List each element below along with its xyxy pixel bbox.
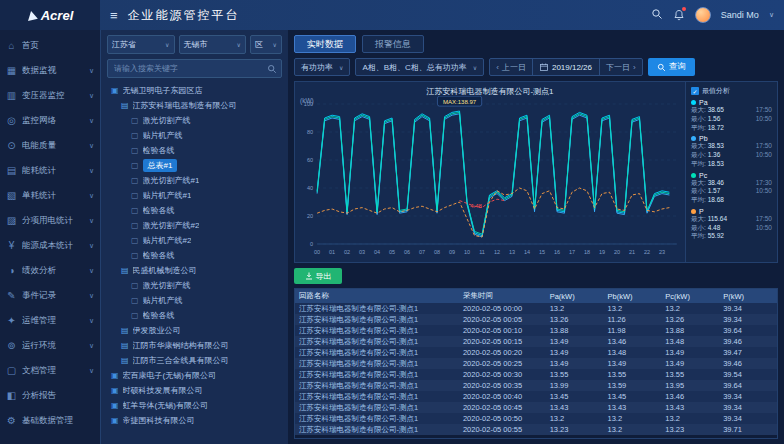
chevron-down-icon: ∨ [237,41,241,48]
table-cell: 13.55 [546,369,604,380]
phase-select[interactable]: A相、B相、C相、总有功功率∨ [355,58,484,76]
tree-node[interactable]: ▢检验各线 [107,143,282,158]
svg-text:23: 23 [659,249,665,255]
sidebar-item-power-quality[interactable]: ⊙电能质量∨ [0,133,100,158]
tree-node[interactable]: ▤江阴市三合金线具有限公司 [107,353,282,368]
tree-node-label: 民盛机械制造公司 [133,265,197,276]
main-content: 实时数据 报警信息 有功功率∨ A相、B相、C相、总有功功率∨ ‹ 上一日 [288,30,784,444]
readings-table: 回路名称采集时间Pa(kW)Pb(kW)Pc(kW)P(kW) 江苏安科瑞电器制… [295,289,777,435]
sidebar-item-energy-stats[interactable]: ▤能耗统计∨ [0,158,100,183]
table-row: 江苏安科瑞电器制造有限公司-测点12020-02-05 00:4513.4313… [295,402,777,413]
max-analysis-toggle[interactable]: ✓ 最值分析 [691,86,772,96]
tree-node[interactable]: ▣无锡卫明电子东园区店 [107,83,282,98]
city-select[interactable]: 无锡市∨ [179,35,247,54]
sidebar-item-energy-cost[interactable]: ¥能源成本统计∨ [0,233,100,258]
query-button[interactable]: 查询 [648,58,695,76]
tree-node[interactable]: ▤江苏安科瑞电器制造有限公司 [107,98,282,113]
sidebar-item-performance[interactable]: ◑绩效分析∨ [0,258,100,283]
menu-toggle-icon[interactable]: ≡ [110,8,118,23]
svg-text:40: 40 [307,185,313,191]
stat-group-P: P最大: 115.6417:50最小: 4.4810:50平均: 55.92 [691,208,772,241]
tree-node[interactable]: ▢激光切割产线 [107,113,282,128]
chevron-down-icon: ∨ [89,142,94,150]
subitem-power-icon: ▨ [6,215,17,226]
tree-node[interactable]: ▢检验各线 [107,248,282,263]
sidebar-item-report[interactable]: ◧分析报告 [0,383,100,408]
table-cell: 13.2 [546,303,604,314]
export-button[interactable]: 导出 [294,268,342,284]
search-icon[interactable] [267,60,277,78]
chevron-down-icon: ∨ [89,317,94,325]
table-row: 江苏安科瑞电器制造有限公司-测点12020-02-05 00:0513.2611… [295,314,777,325]
search-icon[interactable] [651,6,663,24]
tree-node[interactable]: ▢检验各线 [107,203,282,218]
tree-node[interactable]: ▣虹羊导体(无锡)有限公司 [107,398,282,413]
tree-node-label: 激光切割产线 [143,115,191,126]
sidebar-item-subitem-power[interactable]: ▨分项用电统计∨ [0,208,100,233]
tree-node[interactable]: ▢激光切割产线#2 [107,218,282,233]
tree-node-label: 检验各线 [143,145,175,156]
tree-node[interactable]: ▢激光切割产线#1 [107,173,282,188]
tree-node-label: 江阴市华康钢结构有限公司 [133,340,229,351]
table-cell: 13.88 [546,325,604,336]
sidebar-item-home[interactable]: ⌂首页 [0,33,100,58]
sidebar-item-transformer[interactable]: ▥变压器监控∨ [0,83,100,108]
table-row: 江苏安科瑞电器制造有限公司-测点12020-02-05 00:2013.4913… [295,347,777,358]
document-icon: ▢ [6,365,17,376]
tree-node[interactable]: ▢贴片机产线#2 [107,233,282,248]
sidebar-item-label: 分项用电统计 [22,215,84,227]
chevron-down-icon: ∨ [89,92,94,100]
tree-search-input[interactable] [112,63,264,74]
tab-alarm-info[interactable]: 报警信息 [362,35,424,53]
topbar-actions: Sandi Mo ∨ [651,6,784,24]
district-select[interactable]: 区∨ [250,35,282,54]
user-avatar[interactable] [695,7,711,23]
tree-node[interactable]: ▣宏百康电子(无锡)有限公司 [107,368,282,383]
tree-node[interactable]: ▣帝捷国科技有限公司 [107,413,282,428]
sidebar-item-event-log[interactable]: ✎事件记录∨ [0,283,100,308]
table-cell: 13.48 [661,336,719,347]
home-icon: ⌂ [6,40,17,51]
date-picker[interactable]: 2019/12/26 [532,59,600,75]
sidebar-item-environment[interactable]: ⊚运行环境∨ [0,333,100,358]
svg-text:07: 07 [419,249,425,255]
tree-node[interactable]: ▢贴片机产线 [107,293,282,308]
table-cell: 13.2 [661,303,719,314]
table-cell: 39.46 [719,336,777,347]
tree-node[interactable]: ▢贴片机产线 [107,128,282,143]
chevron-down-icon: ∨ [89,367,94,375]
sidebar-item-network[interactable]: ◎监控网络∨ [0,108,100,133]
tree-node[interactable]: ▢检验各线 [107,308,282,323]
tree-node[interactable]: ▤民盛机械制造公司 [107,263,282,278]
metric-select[interactable]: 有功功率∨ [294,58,350,76]
tab-realtime-data[interactable]: 实时数据 [294,35,356,53]
sidebar-item-ops-management[interactable]: ✦运维管理∨ [0,308,100,333]
tree-node[interactable]: ▣时硕科技发展有限公司 [107,383,282,398]
tree-node[interactable]: ▢贴片机产线#1 [107,188,282,203]
next-day-button[interactable]: 下一日 › [600,59,642,75]
chevron-left-icon: ‹ [496,63,499,72]
sidebar-item-base-data[interactable]: ⚙基础数据管理 [0,408,100,433]
svg-text:02: 02 [344,249,350,255]
tree-node[interactable]: ▤伊发股业公司 [107,323,282,338]
device-icon: ▢ [131,221,139,230]
sidebar-item-unit-consumption[interactable]: ▧单耗统计∨ [0,183,100,208]
table-cell: 13.2 [661,413,719,424]
user-menu-chevron-icon[interactable]: ∨ [769,11,774,19]
svg-text:22: 22 [644,249,650,255]
table-cell: 39.34 [719,391,777,402]
data-table-container: 回路名称采集时间Pa(kW)Pb(kW)Pc(kW)P(kW) 江苏安科瑞电器制… [294,288,778,439]
notifications-bell-icon[interactable] [673,9,685,21]
prev-day-button[interactable]: ‹ 上一日 [490,59,532,75]
sidebar-item-data-monitor[interactable]: ▦数据监视∨ [0,58,100,83]
province-select[interactable]: 江苏省∨ [107,35,175,54]
svg-text:0: 0 [310,241,313,247]
tree-node[interactable]: ▢总表#1 [107,158,282,173]
sidebar-item-document[interactable]: ▢文档管理∨ [0,358,100,383]
org-icon: ▤ [121,356,129,365]
acrel-logo: Acrel [0,0,100,30]
table-cell: 江苏安科瑞电器制造有限公司-测点1 [295,380,459,391]
tree-node[interactable]: ▢激光切割产线 [107,278,282,293]
tree-node[interactable]: ▤江阴市华康钢结构有限公司 [107,338,282,353]
line-chart[interactable]: 0204060801000001020304050607080910111213… [295,96,685,260]
